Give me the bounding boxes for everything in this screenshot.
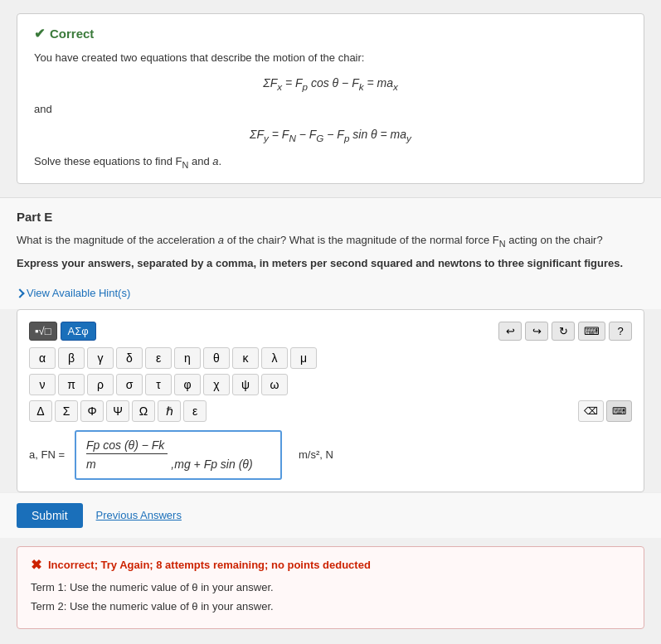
feedback-header-text: Incorrect; Try Again; 8 attempts remaini… bbox=[48, 559, 371, 571]
keyboard-button[interactable]: ⌨ bbox=[578, 322, 605, 341]
greek-psi-upper[interactable]: Ψ bbox=[106, 400, 129, 422]
equation1: ΣFx = Fp cos θ − Fk = max bbox=[34, 74, 627, 94]
redo-icon: ↪ bbox=[532, 325, 542, 337]
action-row: Submit Previous Answers bbox=[0, 492, 661, 538]
feedback-term2: Term 2: Use the numeric value of θ in yo… bbox=[31, 598, 630, 615]
greek-gamma[interactable]: γ bbox=[87, 347, 114, 369]
hint-link[interactable]: View Available Hint(s) bbox=[17, 278, 644, 309]
feedback-box: ✖ Incorrect; Try Again; 8 attempts remai… bbox=[17, 546, 644, 629]
greek-lambda[interactable]: λ bbox=[261, 347, 288, 369]
fraction-display: Fp cos (θ) − Fk m bbox=[86, 438, 168, 471]
root-button[interactable]: ▪√□ bbox=[29, 322, 57, 341]
greek-psi-lower[interactable]: ψ bbox=[232, 374, 259, 395]
greek-mu[interactable]: μ bbox=[290, 347, 317, 369]
help-button[interactable]: ? bbox=[609, 322, 632, 341]
keyboard-icon: ⌨ bbox=[584, 325, 600, 337]
instruction-text: Express your answers, separated by a com… bbox=[17, 255, 644, 272]
fraction-denominator: m bbox=[86, 456, 96, 471]
previous-answers-link[interactable]: Previous Answers bbox=[96, 509, 182, 521]
math-toolbar: ▪√□ ΑΣφ ↩ ↪ ↻ ⌨ ? bbox=[29, 322, 632, 341]
greek-rho[interactable]: ρ bbox=[87, 374, 114, 395]
refresh-icon: ↻ bbox=[559, 325, 568, 337]
hint-text: View Available Hint(s) bbox=[27, 287, 130, 299]
correct-box: ✔ Correct You have created two equations… bbox=[17, 13, 644, 184]
hint-arrow-icon bbox=[15, 289, 24, 298]
refresh-button[interactable]: ↻ bbox=[552, 322, 575, 341]
submit-button[interactable]: Submit bbox=[17, 503, 83, 528]
checkmark-icon: ✔ bbox=[34, 26, 45, 41]
correct-label: Correct bbox=[50, 27, 94, 41]
correct-header: ✔ Correct bbox=[34, 26, 627, 41]
greek-row-1: α β γ δ ε η θ κ λ μ bbox=[29, 347, 632, 369]
greek-kappa[interactable]: κ bbox=[232, 347, 259, 369]
part-e-label: Part E bbox=[17, 210, 644, 224]
delete-button[interactable]: ⌫ bbox=[578, 400, 604, 422]
greek-sigma-lower[interactable]: σ bbox=[116, 374, 143, 395]
root-icon: ▪√□ bbox=[35, 325, 51, 337]
keyboard-toggle[interactable]: ⌨ bbox=[606, 400, 632, 422]
greek-sigma-upper[interactable]: Σ bbox=[55, 400, 78, 422]
greek-theta[interactable]: θ bbox=[203, 347, 230, 369]
greek-eta[interactable]: η bbox=[174, 347, 201, 369]
greek-hbar[interactable]: ℏ bbox=[158, 400, 181, 422]
greek-omega-upper[interactable]: Ω bbox=[132, 400, 155, 422]
input-area: ▪√□ ΑΣφ ↩ ↪ ↻ ⌨ ? α β γ δ ε η θ κ λ μ bbox=[17, 309, 644, 492]
greek-alpha[interactable]: α bbox=[29, 347, 56, 369]
equation2: ΣFy = FN − FG − Fp sin θ = may bbox=[34, 125, 627, 146]
undo-button[interactable]: ↩ bbox=[498, 322, 522, 341]
correct-desc-text: You have created two equations that desc… bbox=[34, 51, 364, 64]
greek-delta-lower[interactable]: δ bbox=[116, 347, 143, 369]
greek-button[interactable]: ΑΣφ bbox=[61, 322, 96, 341]
feedback-header: ✖ Incorrect; Try Again; 8 attempts remai… bbox=[31, 557, 630, 573]
undo-icon: ↩ bbox=[506, 325, 515, 337]
greek-chi[interactable]: χ bbox=[203, 374, 230, 395]
redo-button[interactable]: ↪ bbox=[525, 322, 548, 341]
greek-phi-upper[interactable]: Φ bbox=[80, 400, 104, 422]
answer-input-field[interactable]: Fp cos (θ) − Fk m ,mg + Fp sin (θ) bbox=[75, 430, 282, 480]
question-text: What is the magnitude of the acceleratio… bbox=[17, 232, 644, 250]
greek-varepsilon[interactable]: ε bbox=[183, 400, 207, 422]
greek-pi[interactable]: π bbox=[58, 374, 85, 395]
comma-expression: ,mg + Fp sin (θ) bbox=[171, 458, 252, 471]
greek-epsilon[interactable]: ε bbox=[145, 347, 172, 369]
and-text: and bbox=[34, 103, 52, 115]
greek-label: ΑΣφ bbox=[68, 325, 89, 337]
greek-delta-upper[interactable]: Δ bbox=[29, 400, 52, 422]
greek-tau[interactable]: τ bbox=[145, 374, 172, 395]
x-icon: ✖ bbox=[31, 557, 41, 573]
greek-nu[interactable]: ν bbox=[29, 374, 56, 395]
answer-label: a, FN = bbox=[29, 448, 65, 461]
units-label: m/s², N bbox=[299, 448, 333, 461]
greek-beta[interactable]: β bbox=[58, 347, 85, 369]
fraction-numerator: Fp cos (θ) − Fk bbox=[86, 438, 168, 454]
greek-omega-lower[interactable]: ω bbox=[261, 374, 288, 395]
greek-row-3: Δ Σ Φ Ψ Ω ℏ ε ⌫ ⌨ bbox=[29, 400, 632, 422]
correct-description: You have created two equations that desc… bbox=[34, 50, 627, 172]
solve-text: Solve these equations to find FN and a. bbox=[34, 153, 627, 172]
greek-row-2: ν π ρ σ τ φ χ ψ ω bbox=[29, 374, 632, 395]
answer-row: a, FN = Fp cos (θ) − Fk m ,mg + Fp sin (… bbox=[29, 430, 632, 480]
feedback-term1: Term 1: Use the numeric value of θ in yo… bbox=[31, 579, 630, 596]
question-icon: ? bbox=[617, 325, 623, 337]
greek-phi-lower[interactable]: φ bbox=[174, 374, 201, 395]
part-e-section: Part E What is the magnitude of the acce… bbox=[0, 197, 661, 308]
